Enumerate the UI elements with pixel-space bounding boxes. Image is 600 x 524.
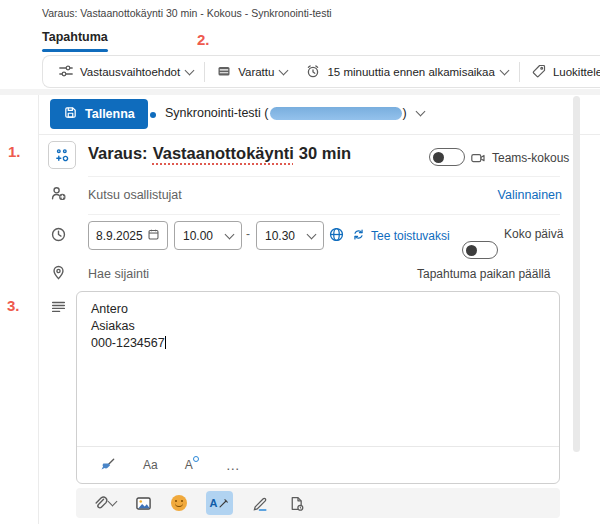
format-painter-button[interactable] [99,457,116,474]
categorize-button[interactable]: Luokittele [522,63,600,81]
end-time-select[interactable]: 10.30 [256,221,324,250]
show-as-label: Varattu [238,66,274,78]
section-gap [0,89,600,95]
row-divider [88,176,560,177]
text-cursor [165,336,166,349]
toolbar-divider [519,62,520,82]
start-date-value: 8.9.2025 [96,229,143,243]
body-line: 000-1234567 [91,335,166,352]
reminder-label: 15 minuuttia ennen alkamisaikaa [327,66,495,78]
calendar-name-close: ) [403,106,407,120]
chevron-down-icon [307,229,317,239]
description-icon [50,298,67,319]
timezone-globe-icon[interactable] [328,226,345,247]
editor-button-selected[interactable]: A [206,491,233,515]
emoji-button[interactable] [171,495,187,511]
calendar-selector[interactable]: Synkronointi-testi ( ) [165,106,424,120]
all-day-toggle[interactable] [462,241,498,259]
start-time-select[interactable]: 10.00 [174,221,242,250]
window-title: Varaus: Vastaanottokäynti 30 min - Kokou… [42,7,332,19]
body-line: Asiakas [91,318,166,335]
alarm-clock-icon [305,63,321,81]
chevron-down-icon [185,65,195,75]
body-text: Antero Asiakas 000-1234567 [91,301,166,352]
panel-left-border [38,95,39,524]
tab-active-indicator [42,49,108,52]
reminder-button[interactable]: 15 minuuttia ennen alkamisaikaa [296,63,517,81]
calendar-name: Synkronointi-testi ( [165,106,269,120]
tag-icon [531,63,547,81]
make-recurring-label: Tee toistuvaksi [371,229,450,243]
event-icon-glyph [54,147,70,163]
location-pin-icon [50,264,67,285]
chevron-down-icon [225,229,235,239]
time-range-dash: - [246,227,250,241]
draw-button[interactable] [252,495,269,512]
title-prefix: Varaus: [88,144,148,162]
save-button-label: Tallenna [85,107,135,121]
editor-pen-glyph [218,498,229,509]
optional-attendees-link[interactable]: Valinnainen [498,188,562,202]
categorize-label: Luokittele [553,66,600,78]
event-body-editor[interactable]: Antero Asiakas 000-1234567 Aa A … [76,291,560,484]
title-misspelled-word: Vastaanottokäynti [153,144,294,162]
clock-icon [50,226,67,247]
add-people-icon [50,185,67,206]
location-search-input[interactable]: Hae sijainti [88,267,149,281]
body-line: Antero [91,301,166,318]
editor-letter: A [210,497,218,509]
font-options-button[interactable]: Aa [143,458,158,472]
make-recurring-link[interactable]: Tee toistuvaksi [351,227,450,245]
row-divider [39,134,600,135]
event-title-field[interactable]: Varaus:Vastaanottokäynti30 min [88,144,351,163]
response-options-icon [58,63,74,81]
invite-attendees-input[interactable]: Kutsu osallistujat [88,188,182,202]
all-day-label: Koko päivä [504,227,563,241]
end-time-value: 10.30 [265,229,295,243]
event-compose-window: Varaus: Vastaanottokäynti 30 min - Kokou… [0,0,600,524]
show-as-busy-button[interactable]: Varattu [207,63,296,81]
redacted-text [270,107,402,120]
ribbon-toolbar: Vastausvaihtoehdot Varattu 15 minuuttia … [42,55,600,88]
teams-meeting-label: Teams-kokous [492,151,569,165]
response-options-label: Vastausvaihtoehdot [80,66,180,78]
teams-meeting-toggle[interactable] [429,148,465,166]
annotation-2: 2. [197,31,210,48]
font-size-button[interactable]: A [185,458,199,472]
start-time-value: 10.00 [183,229,213,243]
title-suffix: 30 min [299,144,351,162]
format-toolbar: Aa A … [77,446,559,483]
smiley-icon [171,495,187,511]
start-date-input[interactable]: 8.9.2025 [88,221,168,250]
chevron-down-icon [279,65,289,75]
attach-file-button[interactable] [92,495,116,512]
repeat-icon [351,227,366,245]
busy-status-icon [216,63,232,81]
chevron-down-icon [415,107,425,117]
chevron-down-icon [108,497,118,507]
scrollbar[interactable] [573,96,580,452]
chevron-down-icon [499,65,509,75]
tab-event[interactable]: Tapahtuma [42,30,108,44]
response-options-button[interactable]: Vastausvaihtoehdot [49,63,202,81]
annotation-1: 1. [8,143,21,160]
save-button[interactable]: Tallenna [50,99,148,129]
event-icon-picker-button[interactable] [48,141,76,169]
annotation-3: 3. [7,297,20,314]
unsaved-changes-dot [150,112,156,118]
toolbar-divider [204,62,205,82]
in-person-event-label: Tapahtuma paikan päällä [417,267,550,281]
insert-toolbar: A [76,488,560,518]
document-clock-button[interactable] [288,495,305,512]
calendar-icon [147,228,160,244]
video-camera-icon [470,150,486,170]
save-icon [63,105,78,123]
more-formatting-button[interactable]: … [226,457,241,473]
insert-image-button[interactable] [135,495,152,512]
row-divider [88,214,560,215]
